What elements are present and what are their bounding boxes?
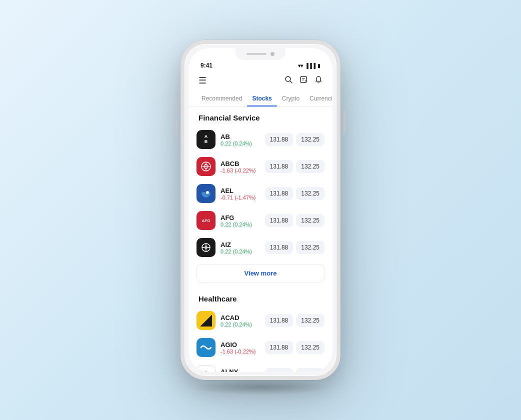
wifi-icon: ▾▾ <box>298 63 303 68</box>
stock-val1-ael: 131.88 <box>265 187 294 200</box>
stock-symbol-agio: AGIO <box>220 341 260 348</box>
stock-row-alny[interactable]: ALNY -0.71 (-1.47%) 131.88 132.25 <box>188 361 332 372</box>
stock-values-ab: 131.88 132.25 <box>265 133 324 146</box>
stock-info-ab: AB 0.22 (0.24%) <box>220 133 260 146</box>
section-title-financial: Financial Service <box>188 106 332 126</box>
stock-symbol-ab: AB <box>220 133 260 140</box>
svg-line-1 <box>290 81 292 83</box>
stock-info-afg: AFG 0.22 (0.24%) <box>220 214 260 228</box>
notch <box>236 48 286 60</box>
stock-logo-aiz <box>196 238 216 257</box>
main-content: Financial Service AB AB 0.22 (0.24%) 131… <box>188 106 332 372</box>
stock-row-abcb[interactable]: ABCB -1.63 (-0.22%) 131.88 132.25 <box>188 153 332 180</box>
stock-val1-aiz: 131.88 <box>265 241 294 254</box>
stock-info-agio: AGIO -1.63 (-0.22%) <box>220 341 260 354</box>
battery-icon: ▮ <box>318 63 320 68</box>
svg-point-11 <box>204 246 208 249</box>
stock-symbol-afg: AFG <box>220 214 260 222</box>
stock-values-afg: 131.88 132.25 <box>265 214 324 227</box>
stock-symbol-acad: ACAD <box>220 314 260 322</box>
stock-values-aiz: 131.88 132.25 <box>265 241 324 254</box>
stock-values-agio: 131.88 132.25 <box>265 341 324 354</box>
stock-info-ael: AEL -0.71 (-1.47%) <box>220 187 260 200</box>
stock-val2-ael: 132.25 <box>296 187 324 200</box>
stock-logo-agio <box>196 338 216 357</box>
stock-logo-ael <box>196 184 216 203</box>
stock-symbol-abcb: ABCB <box>220 160 260 168</box>
speaker <box>246 53 266 55</box>
svg-rect-2 <box>300 76 306 82</box>
app-header: ☰ <box>188 72 332 91</box>
stock-val2-ab: 132.25 <box>296 133 324 146</box>
volume-up-button <box>176 100 178 114</box>
edit-icon[interactable] <box>300 76 308 86</box>
stock-change-ael: -0.71 (-1.47%) <box>220 194 260 200</box>
stock-info-acad: ACAD 0.22 (0.24%) <box>220 314 260 328</box>
tab-currencies[interactable]: Currenci... <box>304 91 332 106</box>
phone-shell: 9:41 ▾▾ ▐▐▐ ▮ ☰ <box>180 40 340 380</box>
stock-logo-afg: AFG <box>196 211 216 230</box>
stock-change-ab: 0.22 (0.24%) <box>220 140 260 146</box>
stock-row-afg[interactable]: AFG AFG 0.22 (0.24%) 131.88 132.25 <box>188 207 332 234</box>
stock-val1-agio: 131.88 <box>265 341 294 354</box>
stock-values-alny: 131.88 132.25 <box>265 368 324 372</box>
stock-row-ab[interactable]: AB AB 0.22 (0.24%) 131.88 132.25 <box>188 126 332 153</box>
header-actions <box>284 76 322 86</box>
stock-row-acad[interactable]: ACAD 0.22 (0.24%) 131.88 132.25 <box>188 307 332 334</box>
stock-row-aiz[interactable]: AIZ 0.22 (0.24%) 131.88 132.25 <box>188 234 332 261</box>
svg-point-9 <box>206 191 209 194</box>
stock-values-acad: 131.88 132.25 <box>265 314 324 327</box>
tabs-bar: Recommended Stocks Crypto Currenci... <box>188 91 332 106</box>
stock-val1-abcb: 131.88 <box>265 160 294 173</box>
stock-val1-ab: 131.88 <box>265 133 294 146</box>
stock-val2-abcb: 132.25 <box>296 160 324 173</box>
stock-logo-abcb <box>196 157 216 176</box>
stock-val1-acad: 131.88 <box>265 314 294 327</box>
tab-recommended[interactable]: Recommended <box>196 91 247 106</box>
stock-symbol-alny: ALNY <box>220 368 260 372</box>
stock-change-acad: 0.22 (0.24%) <box>220 322 260 328</box>
view-more-button[interactable]: View more <box>196 264 324 282</box>
stock-info-aiz: AIZ 0.22 (0.24%) <box>220 241 260 254</box>
stock-info-alny: ALNY -0.71 (-1.47%) <box>220 368 260 372</box>
stock-val2-aiz: 132.25 <box>296 241 324 254</box>
stock-val1-alny: 131.88 <box>265 368 294 372</box>
stock-symbol-ael: AEL <box>220 187 260 194</box>
stock-change-agio: -1.63 (-0.22%) <box>220 348 260 354</box>
stock-symbol-aiz: AIZ <box>220 241 260 248</box>
stock-val1-afg: 131.88 <box>265 214 294 227</box>
stock-val2-agio: 132.25 <box>296 341 324 354</box>
power-button <box>344 110 346 134</box>
stock-val2-alny: 132.25 <box>296 368 324 372</box>
bell-icon[interactable] <box>314 76 322 86</box>
stock-logo-alny <box>196 365 216 372</box>
stock-val2-acad: 132.25 <box>296 314 324 327</box>
stock-row-agio[interactable]: AGIO -1.63 (-0.22%) 131.88 132.25 <box>188 334 332 361</box>
stock-values-abcb: 131.88 132.25 <box>265 160 324 173</box>
status-time: 9:41 <box>200 62 212 69</box>
stock-change-abcb: -1.63 (-0.22%) <box>220 168 260 174</box>
volume-down-button <box>176 120 178 134</box>
tab-crypto[interactable]: Crypto <box>277 91 304 106</box>
stock-change-aiz: 0.22 (0.24%) <box>220 248 260 254</box>
search-icon[interactable] <box>284 76 292 86</box>
stock-row-ael[interactable]: AEL -0.71 (-1.47%) 131.88 132.25 <box>188 180 332 207</box>
phone-shadow <box>190 380 330 395</box>
stock-logo-ab: AB <box>196 130 216 149</box>
stock-change-afg: 0.22 (0.24%) <box>220 222 260 228</box>
status-icons: ▾▾ ▐▐▐ ▮ <box>298 63 320 68</box>
stock-val2-afg: 132.25 <box>296 214 324 227</box>
menu-icon[interactable]: ☰ <box>198 75 206 86</box>
camera <box>270 52 274 56</box>
phone-device: 9:41 ▾▾ ▐▐▐ ▮ ☰ <box>180 40 340 380</box>
phone-screen: 9:41 ▾▾ ▐▐▐ ▮ ☰ <box>188 48 332 372</box>
stock-logo-acad <box>196 311 216 330</box>
stock-values-ael: 131.88 132.25 <box>265 187 324 200</box>
section-title-healthcare: Healthcare <box>188 288 332 307</box>
tab-stocks[interactable]: Stocks <box>247 91 276 106</box>
signal-icon: ▐▐▐ <box>305 63 316 68</box>
stock-info-abcb: ABCB -1.63 (-0.22%) <box>220 160 260 174</box>
